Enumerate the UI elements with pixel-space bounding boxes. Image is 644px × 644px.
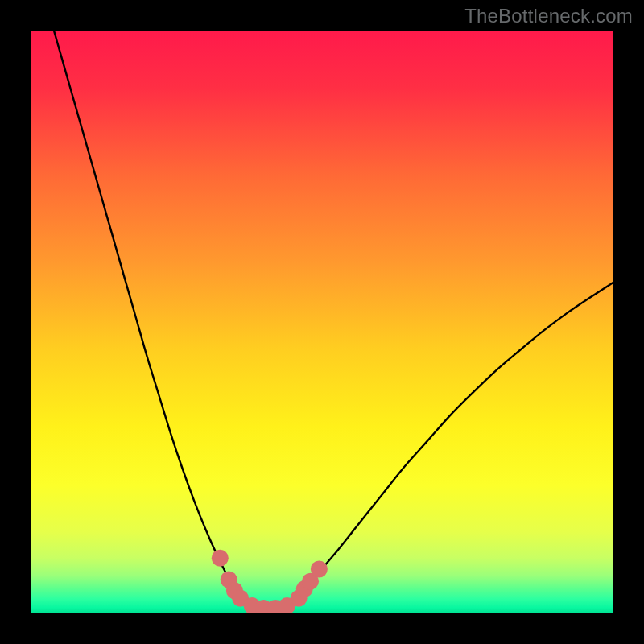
marker-dot <box>311 560 328 577</box>
marker-dot <box>212 550 229 567</box>
chart-svg <box>31 31 613 613</box>
chart-frame: TheBottleneck.com <box>0 0 644 644</box>
gradient-background <box>31 31 613 613</box>
watermark-text: TheBottleneck.com <box>464 5 633 27</box>
plot-area <box>31 31 613 613</box>
